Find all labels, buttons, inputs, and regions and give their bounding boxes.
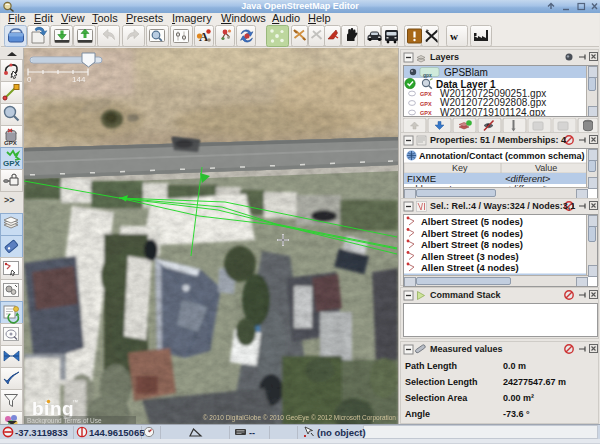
svg-text:GPSBlam: GPSBlam <box>444 67 488 78</box>
svg-text:>>: >> <box>4 195 15 205</box>
svg-text:™: ™ <box>72 399 78 405</box>
svg-text:Background Terms of Use: Background Terms of Use <box>27 417 102 424</box>
svg-text:gpx: gpx <box>423 72 432 78</box>
svg-text:144: 144 <box>72 75 86 84</box>
svg-text:FIXME: FIXME <box>407 173 436 184</box>
svg-text:© 2010 DigitalGlobe © 2010 Geo: © 2010 DigitalGlobe © 2010 GeoEye © 2012… <box>203 414 397 422</box>
svg-text:bing: bing <box>32 398 74 419</box>
svg-text:Albert Street (8 nodes): Albert Street (8 nodes) <box>421 239 523 250</box>
svg-text:Key: Key <box>452 163 468 173</box>
svg-text:GPX: GPX <box>420 91 432 97</box>
svg-text:Allen Street (4 nodes): Allen Street (4 nodes) <box>421 262 519 273</box>
svg-text:W20120719101124.gpx: W20120719101124.gpx <box>440 107 545 118</box>
svg-text:Value: Value <box>535 163 557 173</box>
svg-text:(no object): (no object) <box>317 427 366 438</box>
svg-text:GPX: GPX <box>420 101 432 107</box>
svg-text:GPX: GPX <box>420 110 432 116</box>
svg-text:Albert Street (5 nodes): Albert Street (5 nodes) <box>421 216 523 227</box>
svg-text:GPX: GPX <box>3 159 21 168</box>
svg-text:0: 0 <box>27 75 32 84</box>
svg-text:Albert Street (6 nodes): Albert Street (6 nodes) <box>421 228 523 239</box>
svg-text:GPX: GPX <box>4 140 17 146</box>
svg-text:Allen Street (3 nodes): Allen Street (3 nodes) <box>421 251 519 262</box>
svg-text:Annotation/Contact (common sch: Annotation/Contact (common schema) ... <box>419 151 595 161</box>
svg-text:--: -- <box>249 428 255 438</box>
svg-text:144.9615065: 144.9615065 <box>89 427 145 438</box>
svg-text:<different>: <different> <box>505 173 551 184</box>
svg-text:-37.3119833: -37.3119833 <box>15 427 68 438</box>
